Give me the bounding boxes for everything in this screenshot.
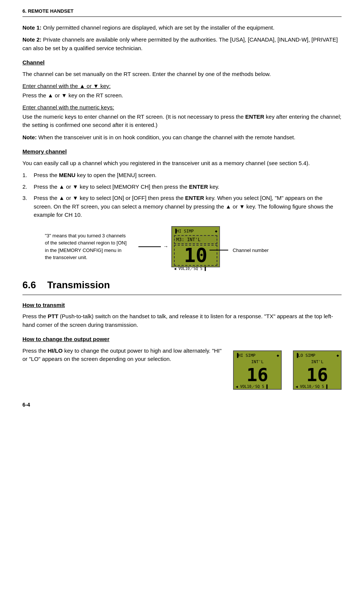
page-header: 6. REMOTE HANDSET [22, 7, 342, 17]
note2-text: Private channels are available only wher… [22, 36, 338, 51]
note1-block: Note 1: Only permitted channel regions a… [22, 24, 342, 32]
screen-top-left: ▐HI SIMP [174, 228, 194, 235]
screen-hi-wrap: ▐HI SIMP ◆ INT'L 16 ◀ VOL10／SQ 5 ▌ [233, 350, 282, 390]
screen-mid-row: M3: INT'L [174, 235, 217, 244]
note2-label: Note 2: [22, 36, 42, 43]
hilo-bold: HI/LO [48, 347, 63, 354]
section-66: 6.6 Transmission How to transmit Press t… [22, 278, 342, 390]
ptt-bold: PTT [48, 313, 58, 319]
screen-lo-num: 16 [296, 366, 339, 384]
screen-lo-top-right: ◆ [336, 353, 339, 359]
screen-hi-top-right: ◆ [276, 353, 279, 359]
note2-block: Note 2: Private channels are available o… [22, 36, 342, 52]
step-2-num: 2. [22, 183, 30, 191]
screen-hi-top-left: ▐HI SIMP [236, 353, 256, 359]
screen-lo-wrap: ▐LO SIMP ◆ INT'L 16 ◀ VOL10／SQ 5 ▌ [293, 350, 342, 390]
header-text: 6. REMOTE HANDSET [22, 8, 74, 14]
screen-mid-text: M3: INT'L [176, 236, 201, 243]
enter-updown-label: Enter channel with the ▲ or ▼ key: [22, 82, 342, 91]
how-to-transmit-text: Press the PTT (Push-to-talk) switch on t… [22, 312, 342, 329]
page-num: 6-4 [22, 402, 30, 408]
figure-caption-left: "3" means that you turned 3 channels of … [45, 232, 127, 261]
note1-label: Note 1: [22, 24, 42, 31]
screen-hi-num: 16 [236, 366, 279, 384]
section-66-title: 6.6 Transmission [22, 278, 342, 295]
step-3-text: Press the ▲ or ▼ key to select [ON] or [… [34, 194, 342, 219]
section-66-num: 6.6 [22, 278, 36, 292]
how-to-change-power-heading: How to change the output power [22, 335, 342, 344]
step-1-text: Press the MENU key to open the [MENU] sc… [34, 171, 342, 180]
enter-numeric-text: Use the numeric keys to enter channel on… [22, 113, 342, 130]
memory-channel-figure: "3" means that you turned 3 channels of … [45, 226, 319, 267]
screen-bottom-row: ◀ VOL10／SQ 5 ▌ [174, 266, 217, 271]
memory-channel-heading: Memory channel [22, 148, 342, 156]
step-2-text: Press the ▲ or ▼ key to select [MEMORY C… [34, 183, 342, 191]
channel-number-label: Channel number [233, 247, 269, 254]
arrow-line: → [138, 243, 168, 250]
how-to-change-power-text: Press the HI/LO key to change the output… [22, 347, 226, 364]
menu-key-bold: MENU [59, 172, 76, 178]
enter-numeric-label: Enter channel with the numeric keys: [22, 103, 342, 112]
note-label-channel: Note: [22, 134, 37, 140]
channel-heading: Channel [22, 58, 342, 67]
channel-note: Note: When the transceiver unit is in on… [22, 133, 342, 142]
step-1: 1. Press the MENU key to open the [MENU]… [22, 171, 342, 180]
note1-text: Only permitted channel regions are displ… [43, 24, 275, 31]
section-66-name: Transmission [47, 278, 110, 292]
enter-key-bold-3: ENTER [185, 195, 204, 201]
channel-intro: The channel can be set manually on the R… [22, 70, 342, 79]
bottom-figures: ▐HI SIMP ◆ INT'L 16 ◀ VOL10／SQ 5 ▌ ▐LO S… [233, 350, 342, 390]
enter-updown-text: Press the ▲ or ▼ key on the RT screen. [22, 91, 342, 100]
screen-lo-bottom: ◀ VOL10／SQ 5 ▌ [296, 384, 339, 389]
enter-key-bold-2: ENTER [189, 183, 208, 190]
enter-key-bold: ENTER [245, 113, 264, 120]
how-to-transmit-heading: How to transmit [22, 301, 342, 310]
step-3: 3. Press the ▲ or ▼ key to select [ON] o… [22, 194, 342, 219]
step-1-num: 1. [22, 171, 30, 180]
memory-channel-intro: You can easily call up a channel which y… [22, 159, 342, 168]
page: 6. REMOTE HANDSET Note 1: Only permitted… [0, 0, 364, 424]
step-3-num: 3. [22, 194, 30, 203]
screen-top-right: ◆ [215, 228, 217, 235]
step-2: 2. Press the ▲ or ▼ key to select [MEMOR… [22, 183, 342, 191]
screen-hi-bottom: ◀ VOL10／SQ 5 ▌ [236, 384, 279, 389]
screen-lo: ▐LO SIMP ◆ INT'L 16 ◀ VOL10／SQ 5 ▌ [293, 350, 342, 390]
screen-lo-top-left: ▐LO SIMP [296, 353, 315, 359]
page-footer: 6-4 [22, 401, 342, 409]
screen-hi: ▐HI SIMP ◆ INT'L 16 ◀ VOL10／SQ 5 ▌ [233, 350, 282, 390]
